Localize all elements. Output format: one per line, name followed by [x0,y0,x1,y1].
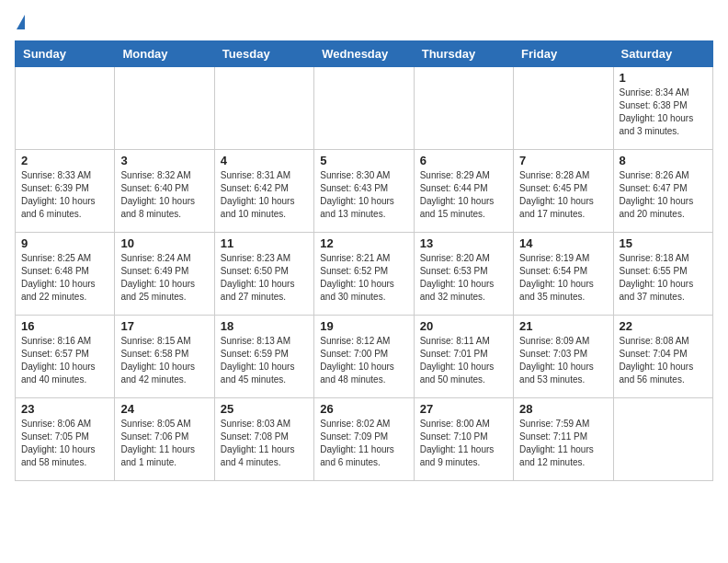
calendar-cell [414,67,513,150]
calendar-cell: 1Sunrise: 8:34 AM Sunset: 6:38 PM Daylig… [613,67,712,150]
day-info: Sunrise: 8:26 AM Sunset: 6:47 PM Dayligh… [620,169,707,221]
calendar-cell: 5Sunrise: 8:30 AM Sunset: 6:43 PM Daylig… [314,150,414,233]
calendar-cell: 22Sunrise: 8:08 AM Sunset: 7:04 PM Dayli… [613,316,712,398]
calendar-cell: 18Sunrise: 8:13 AM Sunset: 6:59 PM Dayli… [214,316,313,398]
calendar-cell: 17Sunrise: 8:15 AM Sunset: 6:58 PM Dayli… [115,316,214,398]
calendar-cell: 25Sunrise: 8:03 AM Sunset: 7:08 PM Dayli… [214,398,313,481]
calendar-cell: 15Sunrise: 8:18 AM Sunset: 6:55 PM Dayli… [613,233,712,316]
calendar-cell: 19Sunrise: 8:12 AM Sunset: 7:00 PM Dayli… [314,316,414,398]
day-number: 21 [519,319,607,333]
day-info: Sunrise: 8:33 AM Sunset: 6:39 PM Dayligh… [21,169,108,221]
day-number: 15 [620,236,707,250]
week-row-3: 9Sunrise: 8:25 AM Sunset: 6:48 PM Daylig… [16,233,713,316]
calendar-cell: 28Sunrise: 7:59 AM Sunset: 7:11 PM Dayli… [514,398,613,481]
day-info: Sunrise: 8:28 AM Sunset: 6:45 PM Dayligh… [519,169,607,221]
calendar-cell: 26Sunrise: 8:02 AM Sunset: 7:09 PM Dayli… [314,398,414,481]
calendar-cell: 14Sunrise: 8:19 AM Sunset: 6:54 PM Dayli… [514,233,613,316]
day-info: Sunrise: 8:00 AM Sunset: 7:10 PM Dayligh… [420,418,507,469]
day-info: Sunrise: 8:11 AM Sunset: 7:01 PM Dayligh… [420,335,507,386]
day-number: 11 [221,236,308,250]
day-number: 23 [21,402,108,416]
day-info: Sunrise: 8:20 AM Sunset: 6:53 PM Dayligh… [420,252,507,304]
calendar-cell: 16Sunrise: 8:16 AM Sunset: 6:57 PM Dayli… [16,316,115,398]
week-row-5: 23Sunrise: 8:06 AM Sunset: 7:05 PM Dayli… [16,398,713,481]
logo-icon [17,15,25,29]
header-row: SundayMondayTuesdayWednesdayThursdayFrid… [16,41,713,67]
day-header-saturday: Saturday [613,41,712,67]
calendar-cell: 3Sunrise: 8:32 AM Sunset: 6:40 PM Daylig… [115,150,214,233]
calendar-cell: 8Sunrise: 8:26 AM Sunset: 6:47 PM Daylig… [613,150,712,233]
day-number: 25 [221,402,308,416]
week-row-1: 1Sunrise: 8:34 AM Sunset: 6:38 PM Daylig… [16,67,713,150]
calendar-cell: 23Sunrise: 8:06 AM Sunset: 7:05 PM Dayli… [16,398,115,481]
day-number: 3 [120,154,208,167]
day-info: Sunrise: 8:08 AM Sunset: 7:04 PM Dayligh… [620,335,707,386]
day-info: Sunrise: 8:13 AM Sunset: 6:59 PM Dayligh… [221,335,308,386]
calendar-cell: 27Sunrise: 8:00 AM Sunset: 7:10 PM Dayli… [414,398,513,481]
day-info: Sunrise: 8:31 AM Sunset: 6:42 PM Dayligh… [221,169,308,221]
day-info: Sunrise: 8:12 AM Sunset: 7:00 PM Dayligh… [320,335,407,386]
day-info: Sunrise: 8:21 AM Sunset: 6:52 PM Dayligh… [320,252,407,304]
day-info: Sunrise: 8:02 AM Sunset: 7:09 PM Dayligh… [320,418,407,469]
calendar-cell [514,67,613,150]
day-info: Sunrise: 7:59 AM Sunset: 7:11 PM Dayligh… [519,418,607,469]
day-header-sunday: Sunday [16,41,115,67]
calendar-cell: 24Sunrise: 8:05 AM Sunset: 7:06 PM Dayli… [115,398,214,481]
day-info: Sunrise: 8:32 AM Sunset: 6:40 PM Dayligh… [120,169,208,221]
calendar-cell: 6Sunrise: 8:29 AM Sunset: 6:44 PM Daylig… [414,150,513,233]
logo [15,15,25,29]
day-header-friday: Friday [514,41,613,67]
week-row-4: 16Sunrise: 8:16 AM Sunset: 6:57 PM Dayli… [16,316,713,398]
day-info: Sunrise: 8:05 AM Sunset: 7:06 PM Dayligh… [120,418,208,469]
day-number: 4 [221,154,308,167]
day-info: Sunrise: 8:29 AM Sunset: 6:44 PM Dayligh… [420,169,507,221]
day-number: 18 [221,319,308,333]
day-info: Sunrise: 8:15 AM Sunset: 6:58 PM Dayligh… [120,335,208,386]
page-header [15,15,713,29]
day-header-monday: Monday [115,41,214,67]
calendar-cell: 10Sunrise: 8:24 AM Sunset: 6:49 PM Dayli… [115,233,214,316]
calendar-cell [214,67,313,150]
day-number: 13 [420,236,507,250]
day-number: 10 [120,236,208,250]
calendar-cell [613,398,712,481]
day-info: Sunrise: 8:03 AM Sunset: 7:08 PM Dayligh… [221,418,308,469]
calendar-table: SundayMondayTuesdayWednesdayThursdayFrid… [15,40,713,481]
day-number: 17 [120,319,208,333]
day-number: 19 [320,319,407,333]
calendar-cell: 13Sunrise: 8:20 AM Sunset: 6:53 PM Dayli… [414,233,513,316]
day-number: 7 [519,154,607,167]
day-number: 8 [620,154,707,167]
calendar-cell: 2Sunrise: 8:33 AM Sunset: 6:39 PM Daylig… [16,150,115,233]
day-number: 24 [120,402,208,416]
day-info: Sunrise: 8:25 AM Sunset: 6:48 PM Dayligh… [21,252,108,304]
calendar-cell: 9Sunrise: 8:25 AM Sunset: 6:48 PM Daylig… [16,233,115,316]
day-number: 16 [21,319,108,333]
day-header-tuesday: Tuesday [214,41,313,67]
calendar-cell: 12Sunrise: 8:21 AM Sunset: 6:52 PM Dayli… [314,233,414,316]
day-number: 14 [519,236,607,250]
day-number: 26 [320,402,407,416]
day-number: 2 [21,154,108,167]
day-info: Sunrise: 8:09 AM Sunset: 7:03 PM Dayligh… [519,335,607,386]
day-number: 6 [420,154,507,167]
day-info: Sunrise: 8:19 AM Sunset: 6:54 PM Dayligh… [519,252,607,304]
day-number: 22 [620,319,707,333]
day-info: Sunrise: 8:30 AM Sunset: 6:43 PM Dayligh… [320,169,407,221]
calendar-cell [314,67,414,150]
day-info: Sunrise: 8:06 AM Sunset: 7:05 PM Dayligh… [21,418,108,469]
calendar-cell: 20Sunrise: 8:11 AM Sunset: 7:01 PM Dayli… [414,316,513,398]
calendar-cell: 4Sunrise: 8:31 AM Sunset: 6:42 PM Daylig… [214,150,313,233]
day-header-wednesday: Wednesday [314,41,414,67]
day-number: 27 [420,402,507,416]
calendar-cell [115,67,214,150]
day-header-thursday: Thursday [414,41,513,67]
day-info: Sunrise: 8:23 AM Sunset: 6:50 PM Dayligh… [221,252,308,304]
week-row-2: 2Sunrise: 8:33 AM Sunset: 6:39 PM Daylig… [16,150,713,233]
day-info: Sunrise: 8:16 AM Sunset: 6:57 PM Dayligh… [21,335,108,386]
calendar-cell [16,67,115,150]
day-number: 1 [620,71,707,85]
calendar-cell: 7Sunrise: 8:28 AM Sunset: 6:45 PM Daylig… [514,150,613,233]
day-info: Sunrise: 8:24 AM Sunset: 6:49 PM Dayligh… [120,252,208,304]
day-number: 5 [320,154,407,167]
